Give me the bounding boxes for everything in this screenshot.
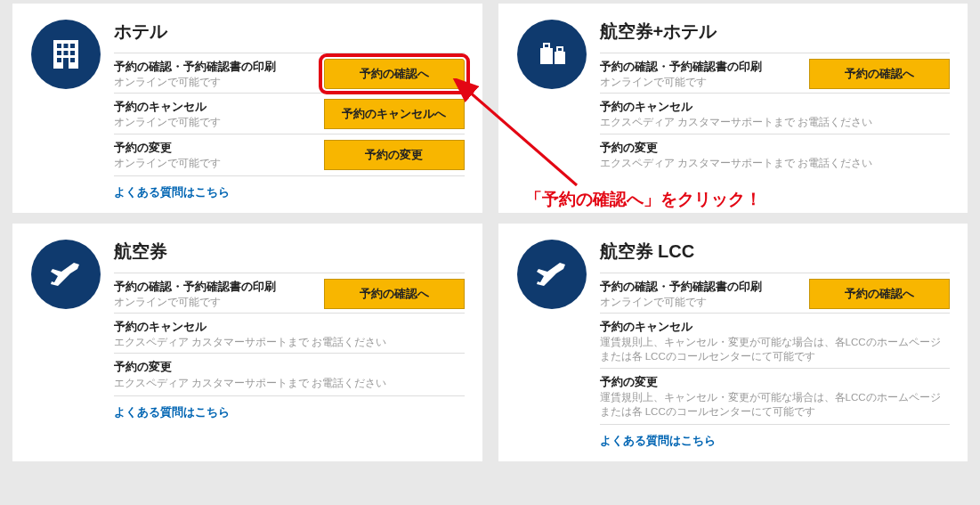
cancel-button[interactable]: 予約のキャンセルへ <box>324 99 465 129</box>
row-sub: 運賃規則上、キャンセル・変更が可能な場合は、各LCCのホームページまたは各 LC… <box>600 335 951 363</box>
change-button[interactable]: 予約の変更 <box>324 140 465 170</box>
row-sub: エクスペディア カスタマーサポートまで お電話ください <box>600 156 951 170</box>
row-label: 予約の確認・予約確認書の印刷 <box>114 59 317 75</box>
row-change: 予約の変更 オンラインで可能です 予約の変更 <box>114 134 465 174</box>
faq-link[interactable]: よくある質問はこちら <box>114 405 230 419</box>
card-grid: ホテル 予約の確認・予約確認書の印刷 オンラインで可能です 予約の確認へ 予約の… <box>12 4 968 461</box>
svg-rect-5 <box>64 51 69 55</box>
row-confirm: 予約の確認・予約確認書の印刷 オンラインで可能です 予約の確認へ <box>600 273 951 313</box>
svg-rect-6 <box>70 51 75 55</box>
luggage-icon <box>517 20 587 89</box>
svg-rect-11 <box>544 44 549 48</box>
flight-icon-wrap <box>30 240 101 420</box>
row-sub: オンラインで可能です <box>114 75 317 89</box>
row-sub: オンラインで可能です <box>600 295 803 309</box>
row-sub: エクスペディア カスタマーサポートまで お電話ください <box>114 376 465 390</box>
card-hotel: ホテル 予約の確認・予約確認書の印刷 オンラインで可能です 予約の確認へ 予約の… <box>12 4 482 213</box>
row-label: 予約のキャンセル <box>600 99 951 115</box>
row-change: 予約の変更 運賃規則上、キャンセル・変更が可能な場合は、各LCCのホームページま… <box>600 368 951 422</box>
row-label: 予約のキャンセル <box>600 319 951 335</box>
row-label: 予約の確認・予約確認書の印刷 <box>114 279 317 295</box>
row-sub: エクスペディア カスタマーサポートまで お電話ください <box>114 335 465 349</box>
row-label: 予約のキャンセル <box>114 319 465 335</box>
row-label: 予約の変更 <box>600 140 951 156</box>
row-confirm: 予約の確認・予約確認書の印刷 オンラインで可能です 予約の確認へ <box>114 53 465 93</box>
row-sub: エクスペディア カスタマーサポートまで お電話ください <box>600 115 951 129</box>
svg-rect-8 <box>70 58 75 62</box>
row-sub: オンラインで可能です <box>114 295 317 309</box>
faq-link[interactable]: よくある質問はこちら <box>600 434 716 447</box>
hotel-icon <box>31 20 101 89</box>
svg-rect-13 <box>557 47 563 52</box>
svg-rect-10 <box>540 48 553 64</box>
row-sub: オンラインで可能です <box>600 75 803 89</box>
faq-row: よくある質問はこちら <box>114 175 465 200</box>
row-change: 予約の変更 エクスペディア カスタマーサポートまで お電話ください <box>600 134 951 174</box>
confirm-button[interactable]: 予約の確認へ <box>809 279 950 309</box>
row-label: 予約のキャンセル <box>114 99 317 115</box>
row-label: 予約の変更 <box>600 374 951 390</box>
card-flight: 航空券 予約の確認・予約確認書の印刷 オンラインで可能です 予約の確認へ 予約の… <box>12 224 482 461</box>
card-flight-lcc: 航空券 LCC 予約の確認・予約確認書の印刷 オンラインで可能です 予約の確認へ… <box>498 224 968 461</box>
row-confirm: 予約の確認・予約確認書の印刷 オンラインで可能です 予約の確認へ <box>600 53 951 93</box>
svg-rect-2 <box>64 44 69 48</box>
confirm-button[interactable]: 予約の確認へ <box>324 279 465 309</box>
row-cancel: 予約のキャンセル エクスペディア カスタマーサポートまで お電話ください <box>114 313 465 353</box>
row-sub: 運賃規則上、キャンセル・変更が可能な場合は、各LCCのホームページまたは各 LC… <box>600 390 951 419</box>
row-label: 予約の変更 <box>114 140 317 156</box>
card-title: ホテル <box>114 20 465 44</box>
svg-rect-1 <box>57 44 61 48</box>
plane-icon <box>517 240 587 309</box>
row-label: 予約の変更 <box>114 359 465 375</box>
hotel-icon-wrap <box>30 20 101 200</box>
annotation-text: 「予約の確認へ」をクリック！ <box>525 188 762 211</box>
card-title: 航空券 <box>114 240 465 264</box>
row-sub: オンラインで可能です <box>114 156 317 170</box>
card-flight-hotel: 航空券+ホテル 予約の確認・予約確認書の印刷 オンラインで可能です 予約の確認へ… <box>498 4 968 213</box>
confirm-button[interactable]: 予約の確認へ <box>324 59 465 89</box>
svg-rect-7 <box>57 58 61 62</box>
row-label: 予約の確認・予約確認書の印刷 <box>600 59 803 75</box>
plane-icon <box>31 240 101 309</box>
card-title: 航空券+ホテル <box>600 20 951 44</box>
flight-hotel-icon-wrap <box>516 20 587 174</box>
faq-link[interactable]: よくある質問はこちら <box>114 185 230 199</box>
row-cancel: 予約のキャンセル オンラインで可能です 予約のキャンセルへ <box>114 93 465 133</box>
confirm-button[interactable]: 予約の確認へ <box>809 59 950 89</box>
row-change: 予約の変更 エクスペディア カスタマーサポートまで お電話ください <box>114 353 465 393</box>
row-sub: オンラインで可能です <box>114 115 317 129</box>
flight-lcc-icon-wrap <box>516 240 587 449</box>
row-label: 予約の確認・予約確認書の印刷 <box>600 279 803 295</box>
svg-rect-4 <box>57 51 61 55</box>
svg-rect-3 <box>70 44 75 48</box>
faq-row: よくある質問はこちら <box>600 424 951 449</box>
faq-row: よくある質問はこちら <box>114 395 465 420</box>
row-confirm: 予約の確認・予約確認書の印刷 オンラインで可能です 予約の確認へ <box>114 273 465 313</box>
svg-rect-9 <box>63 58 69 69</box>
row-cancel: 予約のキャンセル 運賃規則上、キャンセル・変更が可能な場合は、各LCCのホームペ… <box>600 313 951 367</box>
row-cancel: 予約のキャンセル エクスペディア カスタマーサポートまで お電話ください <box>600 93 951 133</box>
card-title: 航空券 LCC <box>600 240 951 264</box>
svg-rect-12 <box>555 52 565 64</box>
